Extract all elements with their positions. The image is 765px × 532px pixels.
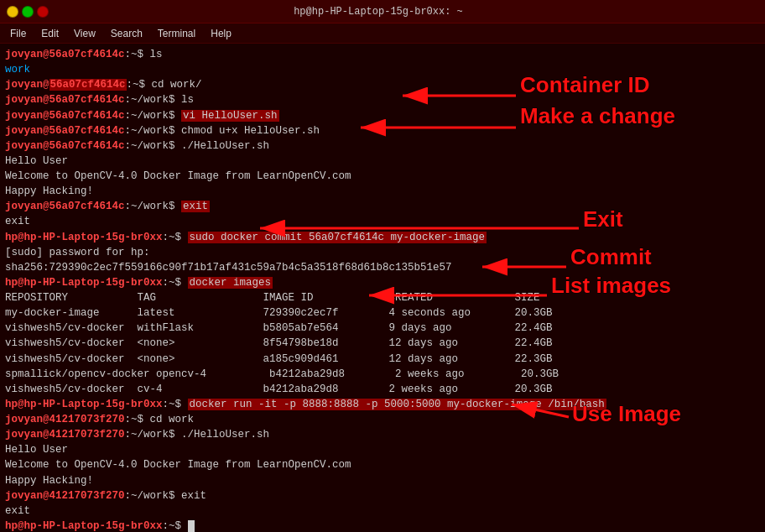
terminal-cursor xyxy=(188,520,195,532)
terminal-content[interactable]: jovyan@56a07cf4614c:~$ ls work jovyan@56… xyxy=(0,44,765,532)
terminal-line: Welcome to OpenCV-4.0 Docker Image from … xyxy=(5,457,760,472)
terminal-line: jovyan@56a07cf4614c:~/work$ vi HelloUser… xyxy=(5,108,760,123)
terminal-line: jovyan@41217073f270:~$ cd work xyxy=(5,412,760,427)
terminal-line: Happy Hacking! xyxy=(5,473,760,488)
menu-terminal[interactable]: Terminal xyxy=(151,26,202,41)
terminal-line: Hello User xyxy=(5,442,760,457)
terminal-line: [sudo] password for hp: xyxy=(5,245,760,260)
terminal-line: jovyan@41217073f270:~/work$ ./HelloUser.… xyxy=(5,427,760,442)
terminal-line: vishwesh5/cv-docker cv-4 b4212aba29d8 2 … xyxy=(5,382,760,397)
menu-search[interactable]: Search xyxy=(104,26,149,41)
menu-file[interactable]: File xyxy=(3,26,33,41)
terminal-line: Welcome to OpenCV-4.0 Docker Image from … xyxy=(5,169,760,184)
terminal-line: vishwesh5/cv-docker withFlask b5805ab7e5… xyxy=(5,321,760,336)
terminal-line: hp@hp-HP-Laptop-15g-br0xx:~$ docker run … xyxy=(5,397,760,412)
terminal-line: vishwesh5/cv-docker <none> 8f54798be18d … xyxy=(5,336,760,351)
minimize-button[interactable] xyxy=(7,6,18,18)
terminal-line: exit xyxy=(5,214,760,229)
terminal-line: REPOSITORY TAG IMAGE ID CREATED SIZE xyxy=(5,290,760,305)
terminal-line: vishwesh5/cv-docker <none> a185c909d461 … xyxy=(5,352,760,367)
terminal-line: hp@hp-HP-Laptop-15g-br0xx:~$ xyxy=(5,519,760,532)
terminal-line: jovyan@56a07cf4614c:~/work$ ./HelloUser.… xyxy=(5,138,760,154)
terminal-line: jovyan@56a07cf4614c:~$ ls xyxy=(5,47,760,62)
terminal-line: jovyan@56a07cf4614c:~/work$ exit xyxy=(5,199,760,214)
terminal-line: sha256:729390c2ec7f559166c90f71b17af431c… xyxy=(5,260,760,275)
menu-view[interactable]: View xyxy=(67,26,102,41)
terminal-line: spmallick/opencv-docker opencv-4 b4212ab… xyxy=(5,367,760,382)
terminal-line: my-docker-image latest 729390c2ec7f 4 se… xyxy=(5,305,760,321)
titlebar: hp@hp-HP-Laptop-15g-br0xx: ~ xyxy=(0,0,765,23)
terminal-line: work xyxy=(5,62,760,77)
close-button[interactable] xyxy=(37,6,49,18)
menubar: File Edit View Search Terminal Help xyxy=(0,23,765,44)
terminal-line: jovyan@56a07cf4614c:~/work$ ls xyxy=(5,92,760,107)
terminal-line: Hello User xyxy=(5,154,760,169)
maximize-button[interactable] xyxy=(22,6,34,18)
menu-edit[interactable]: Edit xyxy=(34,26,65,41)
menu-help[interactable]: Help xyxy=(204,26,238,41)
terminal-line: hp@hp-HP-Laptop-15g-br0xx:~$ docker imag… xyxy=(5,275,760,290)
window-controls[interactable] xyxy=(7,6,49,18)
terminal-line: jovyan@56a07cf4614c:~$ cd work/ xyxy=(5,77,760,92)
terminal-line: jovyan@41217073f270:~/work$ exit xyxy=(5,488,760,503)
terminal-line: exit xyxy=(5,503,760,519)
terminal-line: jovyan@56a07cf4614c:~/work$ chmod u+x He… xyxy=(5,123,760,138)
terminal-line: Happy Hacking! xyxy=(5,184,760,199)
window-title: hp@hp-HP-Laptop-15g-br0xx: ~ xyxy=(49,6,708,18)
terminal-line: hp@hp-HP-Laptop-15g-br0xx:~$ sudo docker… xyxy=(5,230,760,245)
